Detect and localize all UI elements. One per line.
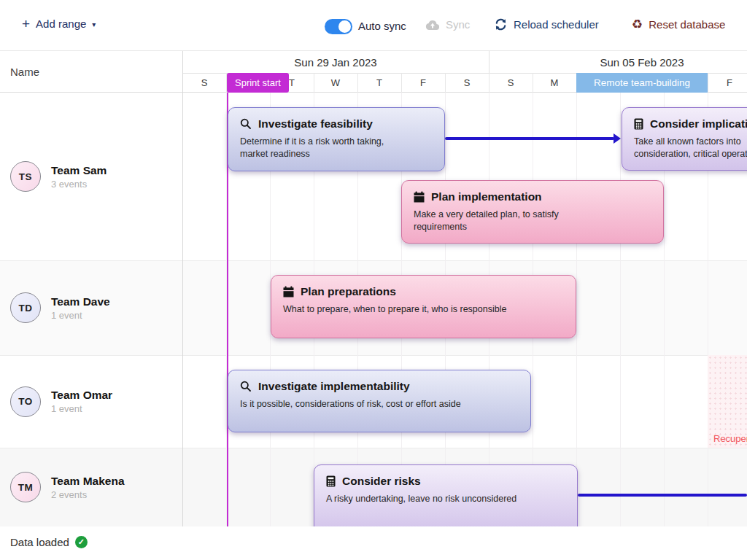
event-description: A risky undertaking, leave no risk uncon… xyxy=(326,493,565,505)
recuperation-day-range[interactable]: Recuperation day xyxy=(708,355,747,448)
panel-splitter[interactable] xyxy=(182,51,183,526)
day-cell: S xyxy=(489,73,533,93)
resource-event-count: 2 events xyxy=(51,489,125,501)
resource-event-count: 1 event xyxy=(51,309,110,322)
scheduler-body: Recuperation day TS Team Sam 3 events TD… xyxy=(0,93,747,526)
event-description: Determine if it is a risk worth taking, … xyxy=(240,136,414,160)
event-description: Take all known factors into consideratio… xyxy=(634,136,747,160)
auto-sync-label: Auto sync xyxy=(358,20,406,32)
event-plan-implementation[interactable]: Plan implementation Make a very detailed… xyxy=(401,180,664,244)
calendar-icon xyxy=(283,286,294,298)
search-icon xyxy=(240,118,252,130)
day-cell: W xyxy=(314,73,357,93)
reset-database-label: Reset database xyxy=(649,18,725,31)
add-range-label: Add range xyxy=(36,18,86,30)
day-cell: F xyxy=(708,73,747,93)
name-column-header: Name xyxy=(10,51,39,93)
reload-scheduler-button[interactable]: Reload scheduler xyxy=(495,18,599,31)
event-investigate-implementability[interactable]: Investigate implementability Is it possi… xyxy=(228,370,531,432)
sync-label: Sync xyxy=(446,18,470,31)
calendar-icon xyxy=(414,191,425,203)
dependency-arrow-icon xyxy=(614,133,621,144)
week-header-1: Sun 29 Jan 2023 xyxy=(182,51,489,73)
calculator-icon xyxy=(326,475,336,487)
resource-row-team-makena[interactable]: TM Team Makena 2 events xyxy=(0,448,182,526)
search-icon xyxy=(240,381,252,392)
recuperation-day-label: Recuperation day xyxy=(713,433,747,444)
auto-sync-toggle[interactable] xyxy=(325,19,352,34)
avatar: TS xyxy=(10,161,41,192)
check-circle-icon: ✓ xyxy=(75,536,88,548)
chevron-down-icon: ▾ xyxy=(92,20,96,28)
resource-name: Team Makena xyxy=(51,474,125,489)
scheduler-app: + Add range ▾ Auto sync Sync Reload sche… xyxy=(0,0,747,560)
event-description: Is it possible, considerations of risk, … xyxy=(240,398,519,411)
plus-icon: + xyxy=(22,18,30,29)
status-bar: Data loaded ✓ xyxy=(0,526,747,560)
sync-button[interactable]: Sync xyxy=(425,18,470,31)
avatar: TO xyxy=(10,386,41,417)
dependency-line[interactable] xyxy=(445,137,614,140)
cloud-upload-icon xyxy=(425,19,440,31)
resource-row-team-dave[interactable]: TD Team Dave 1 event xyxy=(0,260,182,355)
day-cell: S xyxy=(182,73,226,93)
resource-event-count: 1 event xyxy=(51,402,112,415)
day-cell: F xyxy=(401,73,445,93)
reset-database-button[interactable]: ♻ Reset database xyxy=(632,18,725,31)
add-range-button[interactable]: + Add range ▾ xyxy=(22,18,96,30)
day-cell: S xyxy=(445,73,489,93)
event-plan-preparations[interactable]: Plan preparations What to prepare, when … xyxy=(271,275,576,338)
event-investigate-feasibility[interactable]: Investigate feasibility Determine if it … xyxy=(228,107,445,171)
avatar: TD xyxy=(10,292,41,323)
resource-row-team-omar[interactable]: TO Team Omar 1 event xyxy=(0,355,182,448)
toggle-knob xyxy=(338,20,351,33)
week-header-2: Sun 05 Feb 2023 xyxy=(489,51,747,73)
reload-scheduler-label: Reload scheduler xyxy=(514,18,599,31)
status-text: Data loaded xyxy=(10,536,69,548)
timeline-header: Name Sun 29 Jan 2023 Sun 05 Feb 2023 S M… xyxy=(0,51,747,93)
dependency-line[interactable] xyxy=(578,494,747,497)
resource-event-count: 3 events xyxy=(51,178,107,190)
resource-row-team-sam[interactable]: TS Team Sam 3 events xyxy=(0,93,182,260)
day-cell: T xyxy=(357,73,401,93)
event-title: Plan implementation xyxy=(431,190,542,203)
calculator-icon xyxy=(634,118,643,130)
avatar: TM xyxy=(10,472,41,502)
event-title: Investigate implementability xyxy=(258,380,410,393)
event-title: Consider risks xyxy=(342,475,421,488)
event-consider-risks[interactable]: Consider risks A risky undertaking, leav… xyxy=(314,464,578,526)
resource-name: Team Dave xyxy=(51,295,110,309)
refresh-icon xyxy=(495,18,507,31)
event-description: What to prepare, when to prepare it, who… xyxy=(283,303,564,316)
recycle-icon: ♻ xyxy=(632,18,643,31)
sprint-start-range-label[interactable]: Sprint start xyxy=(227,73,289,93)
day-cell: M xyxy=(533,73,576,93)
resource-name: Team Omar xyxy=(51,388,112,402)
event-consider-implications[interactable]: Consider implications Take all known fac… xyxy=(622,107,747,171)
event-title: Consider implications xyxy=(650,117,747,131)
toolbar: + Add range ▾ Auto sync Sync Reload sche… xyxy=(0,0,747,51)
event-title: Plan preparations xyxy=(301,285,396,298)
resource-name: Team Sam xyxy=(51,163,107,178)
week-separator xyxy=(489,51,489,73)
event-description: Make a very detailed plan, to satisfy re… xyxy=(414,209,589,233)
remote-team-building-range-label[interactable]: Remote team-building xyxy=(576,73,708,93)
event-title: Investigate feasibility xyxy=(258,117,373,131)
